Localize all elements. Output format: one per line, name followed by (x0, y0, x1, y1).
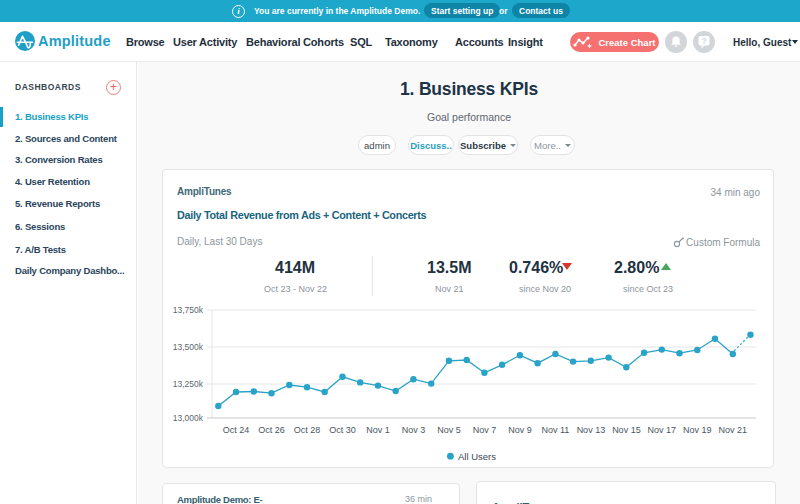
svg-text:Nov 1: Nov 1 (366, 425, 390, 435)
svg-text:Nov 21: Nov 21 (719, 425, 748, 435)
svg-text:Oct 26: Oct 26 (258, 425, 285, 435)
svg-text:Oct 24: Oct 24 (223, 425, 250, 435)
svg-text:Oct 28: Oct 28 (294, 425, 321, 435)
svg-text:Nov 9: Nov 9 (508, 425, 532, 435)
svg-text:Nov 15: Nov 15 (612, 425, 641, 435)
svg-text:Oct 30: Oct 30 (329, 425, 356, 435)
svg-text:13,250k: 13,250k (173, 379, 204, 389)
svg-text:13,000k: 13,000k (173, 413, 204, 423)
svg-text:Nov 3: Nov 3 (402, 425, 426, 435)
svg-text:Nov 19: Nov 19 (683, 425, 712, 435)
svg-text:All Users: All Users (458, 451, 496, 462)
svg-text:Nov 13: Nov 13 (577, 425, 606, 435)
svg-text:Nov 11: Nov 11 (541, 425, 569, 435)
svg-text:13,750k: 13,750k (173, 305, 204, 315)
svg-text:Nov 7: Nov 7 (473, 425, 497, 435)
svg-text:?: ? (701, 36, 706, 46)
svg-text:13,500k: 13,500k (173, 342, 204, 352)
svg-text:Nov 17: Nov 17 (648, 425, 677, 435)
svg-text:Nov 5: Nov 5 (437, 425, 461, 435)
